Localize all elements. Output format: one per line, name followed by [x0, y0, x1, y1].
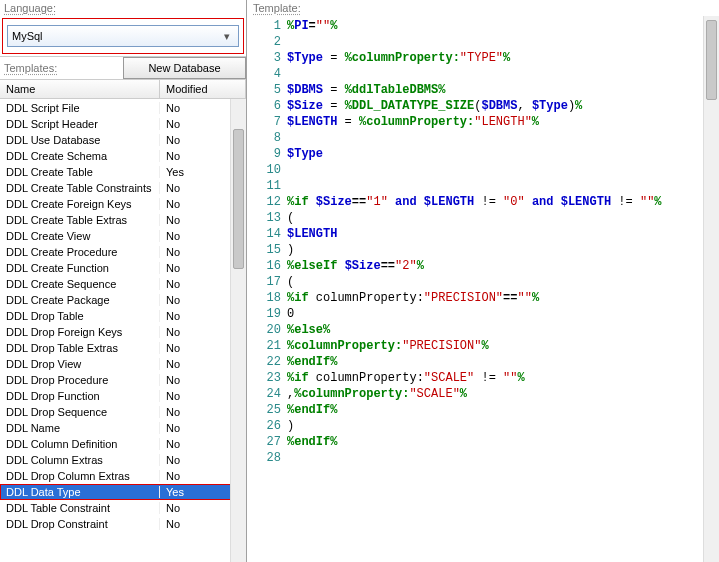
language-combo[interactable]: MySql ▾ — [7, 25, 239, 47]
right-panel: Template: 123456789101112131415161718192… — [247, 0, 719, 562]
code-line[interactable]: $Size = %DDL_DATATYPE_SIZE($DBMS, $Type)… — [287, 98, 719, 114]
code-line[interactable]: ( — [287, 274, 719, 290]
table-row[interactable]: DDL Drop ProcedureNo — [0, 372, 246, 388]
table-row[interactable]: DDL Drop Column ExtrasNo — [0, 468, 246, 484]
line-number: 28 — [247, 450, 281, 466]
table-row[interactable]: DDL Use DatabaseNo — [0, 132, 246, 148]
table-row[interactable]: DDL Create FunctionNo — [0, 260, 246, 276]
templates-header-row: Templates: New Database — [0, 56, 246, 79]
line-number: 12 — [247, 194, 281, 210]
table-row[interactable]: DDL Create PackageNo — [0, 292, 246, 308]
code-line[interactable]: $DBMS = %ddlTableDBMS% — [287, 82, 719, 98]
code-scrollbar-thumb[interactable] — [706, 20, 717, 100]
table-row[interactable]: DDL Create TableYes — [0, 164, 246, 180]
table-row[interactable]: DDL Column DefinitionNo — [0, 436, 246, 452]
left-panel: Language: MySql ▾ Templates: New Databas… — [0, 0, 247, 562]
code-line[interactable]: %elseIf $Size=="2"% — [287, 258, 719, 274]
col-header-name[interactable]: Name — [0, 80, 160, 98]
code-line[interactable]: %endIf% — [287, 402, 719, 418]
code-line[interactable]: $LENGTH — [287, 226, 719, 242]
row-name: DDL Create Function — [0, 262, 160, 274]
col-header-modified[interactable]: Modified — [160, 80, 246, 98]
templates-scrollbar[interactable] — [230, 99, 246, 562]
row-name: DDL Drop Table — [0, 310, 160, 322]
language-label: Language: — [0, 0, 246, 16]
templates-table-header: Name Modified — [0, 79, 246, 99]
code-line[interactable] — [287, 162, 719, 178]
table-row[interactable]: DDL Create Table ExtrasNo — [0, 212, 246, 228]
table-row[interactable]: DDL Script HeaderNo — [0, 116, 246, 132]
table-row[interactable]: DDL Script FileNo — [0, 100, 246, 116]
code-line[interactable] — [287, 178, 719, 194]
code-line[interactable]: %PI=""% — [287, 18, 719, 34]
code-line[interactable] — [287, 66, 719, 82]
row-name: DDL Script Header — [0, 118, 160, 130]
code-content[interactable]: %PI=""% $Type = %columnProperty:"TYPE"% … — [287, 18, 719, 562]
line-number: 26 — [247, 418, 281, 434]
code-line[interactable] — [287, 130, 719, 146]
table-row[interactable]: DDL Drop SequenceNo — [0, 404, 246, 420]
code-line[interactable] — [287, 450, 719, 466]
code-line[interactable]: %if $Size=="1" and $LENGTH != "0" and $L… — [287, 194, 719, 210]
row-name: DDL Create Package — [0, 294, 160, 306]
code-line[interactable]: %else% — [287, 322, 719, 338]
table-row[interactable]: DDL Drop TableNo — [0, 308, 246, 324]
table-row[interactable]: DDL Drop ViewNo — [0, 356, 246, 372]
table-row[interactable]: DDL Create ProcedureNo — [0, 244, 246, 260]
code-line[interactable]: %columnProperty:"PRECISION"% — [287, 338, 719, 354]
line-number: 19 — [247, 306, 281, 322]
table-row[interactable]: DDL Create Table ConstraintsNo — [0, 180, 246, 196]
line-number: 10 — [247, 162, 281, 178]
code-line[interactable]: %if columnProperty:"SCALE" != ""% — [287, 370, 719, 386]
table-row[interactable]: DDL Create Foreign KeysNo — [0, 196, 246, 212]
code-line[interactable]: %endIf% — [287, 354, 719, 370]
table-row[interactable]: DDL Column ExtrasNo — [0, 452, 246, 468]
templates-table-body-wrap: DDL Script FileNoDDL Script HeaderNoDDL … — [0, 99, 246, 562]
templates-label: Templates: — [0, 60, 123, 76]
table-row[interactable]: DDL Data TypeYes — [0, 484, 246, 500]
table-row[interactable]: DDL NameNo — [0, 420, 246, 436]
line-number: 6 — [247, 98, 281, 114]
line-number: 1 — [247, 18, 281, 34]
row-name: DDL Create Table — [0, 166, 160, 178]
code-line[interactable]: ,%columnProperty:"SCALE"% — [287, 386, 719, 402]
table-row[interactable]: DDL Create SequenceNo — [0, 276, 246, 292]
line-number: 27 — [247, 434, 281, 450]
code-line[interactable] — [287, 34, 719, 50]
row-name: DDL Drop Procedure — [0, 374, 160, 386]
line-number: 20 — [247, 322, 281, 338]
line-number: 21 — [247, 338, 281, 354]
code-line[interactable]: $Type = %columnProperty:"TYPE"% — [287, 50, 719, 66]
code-line[interactable]: $LENGTH = %columnProperty:"LENGTH"% — [287, 114, 719, 130]
new-database-button[interactable]: New Database — [123, 57, 246, 79]
templates-scrollbar-thumb[interactable] — [233, 129, 244, 269]
row-name: DDL Use Database — [0, 134, 160, 146]
table-row[interactable]: DDL Table ConstraintNo — [0, 500, 246, 516]
code-scrollbar[interactable] — [703, 16, 719, 562]
table-row[interactable]: DDL Create ViewNo — [0, 228, 246, 244]
table-row[interactable]: DDL Drop ConstraintNo — [0, 516, 246, 532]
code-line[interactable]: ) — [287, 418, 719, 434]
code-line[interactable]: $Type — [287, 146, 719, 162]
line-number: 5 — [247, 82, 281, 98]
table-row[interactable]: DDL Create SchemaNo — [0, 148, 246, 164]
code-line[interactable]: ) — [287, 242, 719, 258]
code-line[interactable]: %endIf% — [287, 434, 719, 450]
line-number: 25 — [247, 402, 281, 418]
row-name: DDL Name — [0, 422, 160, 434]
table-row[interactable]: DDL Drop Table ExtrasNo — [0, 340, 246, 356]
line-number: 17 — [247, 274, 281, 290]
table-row[interactable]: DDL Drop Foreign KeysNo — [0, 324, 246, 340]
row-name: DDL Drop Sequence — [0, 406, 160, 418]
row-name: DDL Column Definition — [0, 438, 160, 450]
code-line[interactable]: %if columnProperty:"PRECISION"==""% — [287, 290, 719, 306]
code-line[interactable]: 0 — [287, 306, 719, 322]
code-editor[interactable]: 1234567891011121314151617181920212223242… — [247, 16, 719, 562]
line-number: 9 — [247, 146, 281, 162]
line-number: 8 — [247, 130, 281, 146]
code-line[interactable]: ( — [287, 210, 719, 226]
line-number: 3 — [247, 50, 281, 66]
table-row[interactable]: DDL Drop FunctionNo — [0, 388, 246, 404]
line-number: 18 — [247, 290, 281, 306]
row-name: DDL Drop Function — [0, 390, 160, 402]
